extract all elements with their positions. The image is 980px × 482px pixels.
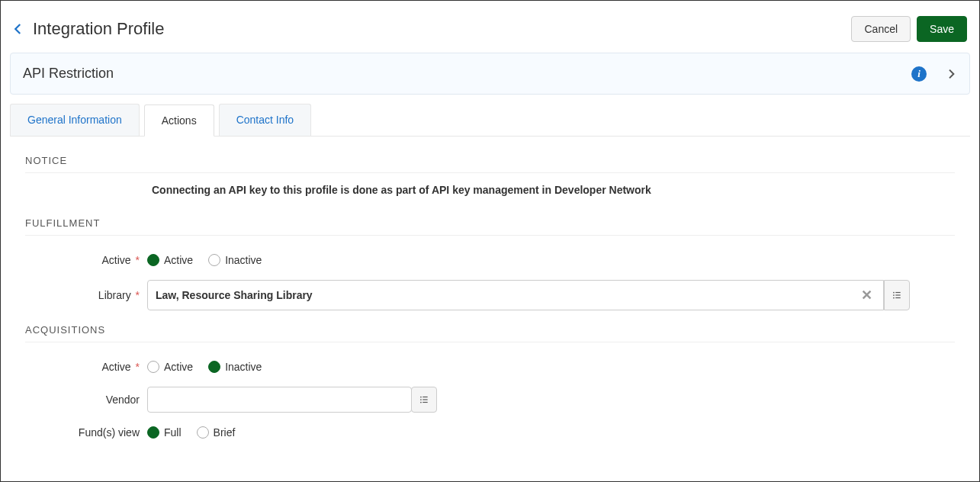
fulfillment-active-radio-group: Active Inactive [147, 254, 262, 266]
vendor-lookup-button[interactable] [411, 387, 437, 413]
svg-rect-3 [895, 294, 900, 295]
fulfillment-active-radio-active[interactable]: Active [147, 254, 193, 266]
tab-general-information[interactable]: General Information [10, 104, 140, 136]
page-header: Integration Profile Cancel Save [1, 1, 979, 53]
svg-point-8 [420, 399, 422, 400]
fulfillment-heading: FULFILLMENT [25, 217, 955, 236]
radio-selected-icon [147, 426, 159, 439]
required-marker: * [133, 254, 140, 266]
library-field[interactable]: Law, Resource Sharing Library ✕ [147, 280, 884, 310]
library-field-value: Law, Resource Sharing Library [156, 289, 858, 301]
library-input-wrap: Law, Resource Sharing Library ✕ [147, 280, 910, 310]
radio-selected-icon [208, 361, 220, 373]
svg-rect-5 [895, 297, 900, 298]
save-button[interactable]: Save [917, 16, 967, 42]
app-frame: Integration Profile Cancel Save API Rest… [0, 0, 980, 482]
fulfillment-library-row: Library * Law, Resource Sharing Library … [25, 280, 955, 310]
list-icon [419, 394, 429, 405]
svg-rect-11 [423, 402, 427, 403]
acquisitions-vendor-row: Vendor [25, 387, 955, 413]
required-marker: * [133, 289, 140, 301]
vendor-input-wrap [147, 387, 437, 413]
svg-point-2 [893, 294, 895, 296]
svg-point-10 [420, 402, 422, 403]
info-icon[interactable]: i [911, 66, 927, 82]
chevron-right-icon[interactable] [945, 68, 957, 80]
tabs: General Information Actions Contact Info [10, 104, 970, 137]
radio-unselected-icon [147, 361, 159, 373]
radio-unselected-icon [197, 426, 209, 439]
notice-text: Connecting an API key to this profile is… [152, 184, 955, 196]
clear-icon[interactable]: ✕ [858, 287, 876, 304]
acquisitions-active-row: Active * Active Inactive [25, 361, 955, 373]
fulfillment-active-row: Active * Active Inactive [25, 254, 955, 266]
fulfillment-active-label: Active * [25, 254, 147, 266]
svg-point-6 [420, 397, 422, 398]
acquisitions-vendor-label: Vendor [25, 394, 147, 406]
tab-contact-info[interactable]: Contact Info [219, 104, 312, 136]
section-panel-header: API Restriction i [10, 53, 970, 95]
panel-title: API Restriction [23, 66, 911, 82]
library-lookup-button[interactable] [884, 280, 910, 310]
list-icon [892, 290, 902, 300]
required-marker: * [133, 361, 140, 373]
back-chevron-icon[interactable] [11, 22, 25, 36]
acquisitions-funds-label: Fund(s) view [25, 426, 147, 439]
acquisitions-active-radio-inactive[interactable]: Inactive [208, 361, 262, 373]
funds-radio-brief[interactable]: Brief [197, 426, 236, 439]
radio-unselected-icon [208, 254, 220, 266]
notice-heading: NOTICE [25, 155, 955, 173]
cancel-button[interactable]: Cancel [851, 16, 911, 42]
page-title: Integration Profile [33, 19, 845, 39]
funds-radio-group: Full Brief [147, 426, 235, 439]
funds-radio-full[interactable]: Full [147, 426, 182, 439]
svg-rect-9 [423, 399, 427, 400]
acquisitions-heading: ACQUISITIONS [25, 324, 955, 342]
fulfillment-active-radio-inactive[interactable]: Inactive [208, 254, 262, 266]
acquisitions-active-radio-active[interactable]: Active [147, 361, 193, 373]
vendor-field[interactable] [147, 387, 412, 413]
acquisitions-active-radio-group: Active Inactive [147, 361, 262, 373]
svg-rect-1 [895, 292, 900, 293]
fulfillment-library-label: Library * [25, 289, 147, 301]
acquisitions-active-label: Active * [25, 361, 147, 373]
svg-point-4 [893, 297, 895, 299]
svg-point-0 [893, 292, 895, 294]
radio-selected-icon [147, 254, 159, 266]
tab-actions[interactable]: Actions [144, 104, 214, 137]
acquisitions-funds-row: Fund(s) view Full Brief [25, 426, 955, 439]
tab-content: NOTICE Connecting an API key to this pro… [1, 137, 979, 439]
svg-rect-7 [423, 397, 427, 397]
